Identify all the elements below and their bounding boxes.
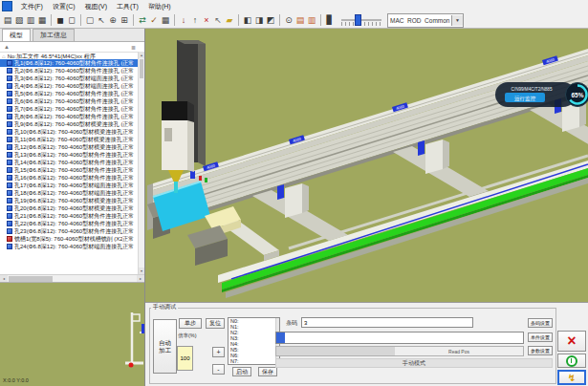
reset-button[interactable]: 复位 (206, 318, 225, 329)
tree-row[interactable]: 孔19(Φ6.8深12): 760-4060型材横梁连接孔 (Z24-Z25)正… (0, 197, 138, 204)
hole-feature-icon (7, 160, 12, 165)
export-report-icon[interactable]: ▤ (294, 14, 306, 27)
scroll-down-icon[interactable]: ▾ (139, 268, 144, 274)
tree-row[interactable]: 铣槽1(宽8深5): 760-4060型材线槽铣削 (X230-X860)正常 (0, 235, 138, 243)
program-listbox[interactable]: N0:N1:N2:N3:N4:N5:N6:N7:N8: (228, 317, 280, 365)
barcode-settings-button[interactable]: 条码设置 (528, 318, 553, 328)
tree-row[interactable]: 孔12(Φ6.8深12): 760-4060型材横梁连接孔 (Z24-Z25)正… (0, 143, 138, 151)
machine-top-view-icon[interactable]: ◨ (253, 14, 265, 27)
barcode-input[interactable] (301, 317, 473, 328)
menu-item[interactable]: 工具(T) (112, 0, 143, 12)
delete-icon[interactable]: × (201, 14, 212, 27)
view-wireframe-icon[interactable]: ◻ (66, 14, 77, 27)
tree-row[interactable]: 孔18(Φ6.8深12): 760-4060型材端面连接孔 (Z14-Z25)正… (0, 189, 138, 197)
tree-vertical-scrollbar[interactable]: ▴ ▾ (138, 52, 144, 274)
feed-minus-button[interactable]: - (212, 364, 225, 375)
tree-row[interactable]: 孔20(Φ6.8深12): 760-4060型材横梁连接孔 (Z24-Z25)正… (0, 204, 138, 212)
beam-marker-blue (190, 171, 195, 179)
tree-row[interactable]: 孔11(Φ6.8深12): 760-4060型材横梁连接孔 (Z24-Z25)正… (0, 136, 138, 143)
mark-icon[interactable]: ▰ (224, 14, 235, 27)
find-icon[interactable]: ⊙ (283, 14, 294, 27)
program-line[interactable]: N8: (229, 364, 279, 365)
scrollbar-thumb[interactable] (9, 276, 53, 282)
view-solid-icon[interactable]: ◼ (54, 14, 66, 27)
single-step-button[interactable]: 单步 (179, 318, 202, 329)
pan-tool-icon[interactable]: ⊞ (119, 14, 130, 27)
save-all-icon[interactable]: ▦ (36, 14, 48, 27)
filter-icon[interactable]: ≣ (131, 44, 144, 51)
tree-row[interactable]: 孔6(Φ6.8深12): 760-4060型材角件连接孔 (Z4-Z25)正常 (0, 97, 138, 105)
chevron-down-icon[interactable]: ▼ (451, 15, 463, 26)
tree-row[interactable]: 孔13(Φ6.8深12): 760-4060型材角件连接孔 (Z4-Z25)正常 (0, 151, 138, 159)
tree-row[interactable]: 孔10(Φ6.8深12): 760-4060型材横梁连接孔 (Z24-Z25)正… (0, 128, 138, 136)
manual-jog-button[interactable]: ↯ (557, 370, 586, 385)
auto-machining-button[interactable]: 自动加工 (153, 319, 177, 374)
tree-row[interactable]: 孔4(Φ6.8深12): 760-4060型材端面连接孔 (Z14-Z25)正常 (0, 82, 138, 90)
feed-rate-label: 倍率(%) (178, 332, 197, 339)
parameter-settings-button[interactable]: 参数设置 (528, 346, 553, 355)
tree-row[interactable]: 孔2(Φ6.8深12): 760-4060型材角件连接孔 (Z4-Z25)正常 (0, 67, 138, 75)
select-region-icon[interactable]: ▢ (84, 14, 96, 27)
zoom-tool-icon[interactable]: ⊕ (107, 14, 119, 27)
grid-icon[interactable]: ▦ (160, 14, 171, 27)
tree-row[interactable]: 孔23(Φ6.8深12): 760-4060型材角件连接孔 (Z4-Z25)正常 (0, 227, 138, 235)
start-button[interactable]: 启动 (232, 367, 251, 376)
feed-rate-input[interactable] (177, 346, 193, 371)
tree-row-label: 孔14(Φ6.8深12): 760-4060型材角件连接孔 (Z4-Z25) (14, 159, 122, 166)
scroll-up-icon[interactable]: ▴ (139, 52, 144, 58)
scrollbar-thumb[interactable] (140, 59, 143, 78)
single-piece-settings-button[interactable]: 单件设置 (528, 332, 553, 342)
stop-close-button[interactable]: × (557, 331, 586, 352)
tree-horizontal-scrollbar[interactable]: ◂ ▸ (0, 274, 144, 282)
tree-row[interactable]: 孔9(Φ6.8深12): 760-4060型材横梁连接孔 (Z24-Z25)正常 (0, 120, 138, 128)
menu-item[interactable]: 帮助(H) (143, 0, 176, 12)
tab-model[interactable]: 模型 (2, 29, 31, 41)
new-file-icon[interactable]: ▤ (2, 14, 13, 27)
mini-side-view[interactable]: X:0.0 Y:0.0 (0, 283, 144, 386)
tree-row[interactable]: 孔8(Φ6.8深12): 760-4060型材角件连接孔 (Z4-Z25)正常 (0, 113, 138, 120)
menu-item[interactable]: 视图(V) (80, 0, 112, 12)
pause-button[interactable] (557, 354, 586, 368)
open-file-icon[interactable]: ▧ (13, 14, 25, 27)
save-file-icon[interactable]: ▥ (25, 14, 36, 27)
tree-row[interactable]: 孔16(Φ6.8深12): 760-4060型材角件连接孔 (Z4-Z25)正常 (0, 174, 138, 182)
main-3d-viewport[interactable]: 4060 4060 4060 4060 (145, 29, 588, 302)
machine-side-view-icon[interactable]: ◩ (265, 14, 276, 27)
import-file-icon[interactable]: ▥ (306, 14, 317, 27)
read-position-label: Read Pos (395, 347, 523, 355)
slider-track (341, 19, 381, 21)
tree-row[interactable]: 孔3(Φ6.8深12): 760-4060型材端面连接孔 (Z14-Z25)正常 (0, 75, 138, 82)
menu-item[interactable]: 文件(F) (16, 0, 48, 12)
read-position-bar[interactable]: Read Pos (275, 346, 524, 356)
tree-row[interactable]: 孔22(Φ6.8深12): 760-4060型材角件连接孔 (Z4-Z25)正常 (0, 220, 138, 227)
hole-feature-icon (7, 83, 12, 89)
sort-icon[interactable]: ▲ (0, 44, 131, 50)
tree-row[interactable]: 孔1(Φ6.8深12): 760-4060型材角件连接孔 (Z4-Z25)正常 (0, 59, 138, 67)
tree-row[interactable]: 孔21(Φ6.8深12): 760-4060型材角件连接孔 (Z4-Z25)正常 (0, 212, 138, 220)
machine-config-combo[interactable]: MAC_ROD_Common ▼ (387, 13, 464, 28)
feed-plus-button[interactable]: + (212, 347, 225, 357)
move-down-icon[interactable]: ↓ (178, 14, 189, 27)
stats-icon[interactable]: ▊ (324, 14, 336, 27)
program-list: N0:N1:N2:N3:N4:N5:N6:N7:N8: (229, 318, 279, 365)
measure-icon[interactable]: ⇄ (137, 14, 148, 27)
tree-row[interactable]: 孔14(Φ6.8深12): 760-4060型材角件连接孔 (Z4-Z25)正常 (0, 159, 138, 166)
pointer-icon[interactable]: ↖ (96, 14, 107, 27)
tree-row[interactable]: 孔7(Φ6.8深12): 760-4060型材角件连接孔 (Z4-Z25)正常 (0, 105, 138, 113)
tab-machining-info[interactable]: 加工信息 (33, 29, 75, 41)
tree-row[interactable]: 孔17(Φ6.8深12): 760-4060型材端面连接孔 (Z14-Z25)正… (0, 182, 138, 189)
tree-row[interactable]: 孔15(Φ6.8深12): 760-4060型材角件连接孔 (Z4-Z25)正常 (0, 166, 138, 174)
check-icon[interactable]: ✓ (148, 14, 160, 27)
scroll-right-icon[interactable]: ▸ (137, 275, 144, 282)
save-button[interactable]: 保存 (258, 367, 277, 376)
zoom-slider[interactable] (339, 13, 383, 27)
tree-row[interactable]: 孔24(Φ6.8深12): 760-4060型材端面连接孔 (Z14-Z25)正… (0, 243, 138, 250)
scroll-left-icon[interactable]: ◂ (0, 275, 8, 282)
move-up-icon[interactable]: ↑ (189, 14, 201, 27)
pick-icon[interactable]: ↖ (212, 14, 224, 27)
tree-row[interactable]: 孔5(Φ6.8深12): 760-4060型材角件连接孔 (Z4-Z25)正常 (0, 90, 138, 97)
tool-tip (174, 182, 178, 193)
machine-front-view-icon[interactable]: ◧ (242, 14, 253, 27)
slider-thumb[interactable] (355, 14, 361, 26)
menu-item[interactable]: 设置(C) (48, 0, 80, 12)
